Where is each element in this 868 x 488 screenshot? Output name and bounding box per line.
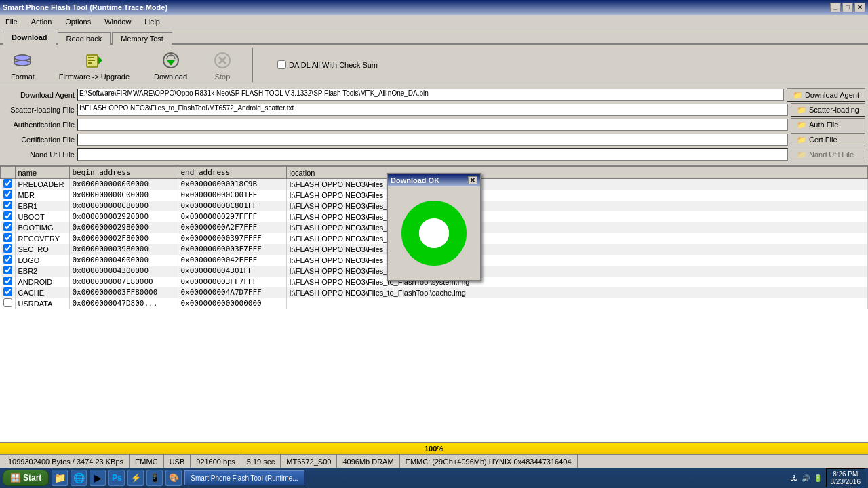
download-button[interactable]: Download — [149, 48, 193, 82]
svg-rect-9 — [88, 62, 92, 64]
folder-icon4: 📁 — [797, 136, 806, 144]
tab-readback[interactable]: Read back — [58, 32, 111, 45]
row-check[interactable] — [1, 266, 16, 277]
nand-label: Nand Util File — [3, 150, 77, 159]
toolbar-divider — [252, 48, 253, 82]
status-bytes: 1099302400 Bytes / 3474.23 KBps — [3, 455, 130, 468]
row-name: LOGO — [15, 255, 69, 266]
tray-icon-volume: 🔊 — [802, 474, 810, 482]
minimize-button[interactable]: _ — [830, 3, 841, 12]
col-location: location — [286, 167, 868, 179]
row-name: SEC_RO — [15, 244, 69, 255]
dialog-close-button[interactable]: ✕ — [468, 176, 477, 184]
stop-icon — [212, 49, 233, 71]
format-label: Format — [11, 73, 35, 81]
scatter-input: I:\FLASH OPPO NEO3\Files_to_FlashTool\MT… — [77, 104, 788, 116]
tab-memorytest[interactable]: Memory Test — [112, 32, 172, 45]
row-check[interactable] — [1, 255, 16, 266]
download-ok-dialog: Download OK ✕ — [387, 173, 481, 281]
tab-bar: Download Read back Memory Test — [0, 28, 868, 45]
da-dl-check[interactable] — [277, 60, 286, 69]
row-check[interactable] — [1, 277, 16, 287]
row-begin: 0x000000000000000 — [69, 179, 178, 190]
col-end: end address — [178, 167, 286, 179]
taskbar-icon-mediaplayer[interactable]: ▶ — [90, 470, 106, 486]
nand-input — [77, 148, 788, 161]
row-end: 0x00000000297FFFF — [178, 211, 286, 222]
menu-options[interactable]: Options — [61, 16, 95, 27]
taskbar-active-window[interactable]: Smart Phone Flash Tool (Runtime... — [184, 470, 304, 485]
taskbar-icon-app1[interactable]: ⚡ — [127, 470, 144, 486]
start-button[interactable]: 🪟 Start — [3, 470, 49, 486]
row-check[interactable] — [1, 179, 16, 190]
row-location — [286, 298, 868, 309]
row-end: 0x00000000042FFFF — [178, 255, 286, 266]
taskbar-icon-browser[interactable]: 🌐 — [71, 470, 87, 486]
row-name: CACHE — [15, 287, 69, 298]
table-row: CACHE 0x0000000003FF80000 0x000000004A7D… — [1, 287, 868, 298]
row-location: I:\FLASH OPPO NEO3\Files_to_FlashTool\se… — [286, 244, 868, 255]
row-check[interactable] — [1, 298, 16, 309]
maximize-button[interactable]: □ — [842, 3, 853, 12]
taskbar-icon-files[interactable]: 📁 — [52, 470, 68, 486]
row-check[interactable] — [1, 233, 16, 244]
col-begin: begin address — [69, 167, 178, 179]
menu-file[interactable]: File — [1, 16, 22, 27]
progress-bar: 100% — [0, 443, 868, 454]
row-location: I:\FLASH OPPO NEO3\Files_to_FlashTool\bo… — [286, 222, 868, 233]
close-button[interactable]: ✕ — [854, 3, 865, 12]
download-ok-donut — [397, 196, 471, 270]
auth-button[interactable]: 📁 Auth File — [791, 118, 865, 131]
status-emmc: EMMC: (29Gb+4096Mb) HYNIX 0x483447316404 — [400, 455, 578, 468]
taskbar-icon-app3[interactable]: 🎨 — [165, 470, 182, 486]
row-end: 0x000000000C001FF — [178, 190, 286, 201]
nand-button[interactable]: 📁 Nand Util File — [791, 148, 865, 161]
row-check[interactable] — [1, 211, 16, 222]
status-storage: EMMC — [130, 455, 164, 468]
title-bar-controls: _ □ ✕ — [830, 3, 865, 12]
taskbar-icon-app2[interactable]: 📱 — [146, 470, 163, 486]
scatter-button[interactable]: 📁 Scatter-loading — [791, 103, 865, 117]
row-check[interactable] — [1, 201, 16, 211]
row-check[interactable] — [1, 244, 16, 255]
firmware-upgrade-button[interactable]: Firmware -> Upgrade — [54, 48, 135, 82]
menu-action[interactable]: Action — [27, 16, 56, 27]
stop-label: Stop — [215, 73, 231, 81]
row-check[interactable] — [1, 287, 16, 298]
format-button[interactable]: Format — [5, 48, 40, 82]
table-row: USRDATA 0x0000000047D800... 0x0000000000… — [1, 298, 868, 309]
row-name: BOOTIMG — [15, 222, 69, 233]
menu-help[interactable]: Help — [140, 16, 164, 27]
row-location: I:\FLASH OPPO NEO3\Files_to_FlashTool\lk… — [286, 211, 868, 222]
svg-marker-8 — [98, 56, 102, 64]
row-check[interactable] — [1, 222, 16, 233]
menu-window[interactable]: Window — [100, 16, 135, 27]
tab-download[interactable]: Download — [3, 30, 56, 45]
row-end: 0x000000004301FF — [178, 266, 286, 277]
download-agent-button[interactable]: 📁 Download Agent — [787, 88, 865, 102]
row-location: I:\FLASH OPPO NEO3\Files_to_FlashTool\EB… — [286, 201, 868, 211]
folder-icon2: 📁 — [797, 106, 806, 115]
stop-button[interactable]: Stop — [206, 48, 239, 82]
cert-button[interactable]: 📁 Cert File — [791, 133, 865, 146]
windows-logo: 🪟 — [10, 473, 20, 483]
taskbar-right: 🖧 🔊 🔋 8:26 PM 8/23/2016 — [791, 468, 866, 487]
cert-input — [77, 134, 788, 146]
col-name: name — [15, 167, 69, 179]
taskbar-icon-photoshop[interactable]: Ps — [108, 470, 125, 486]
svg-point-1 — [14, 55, 31, 60]
auth-label: Authentication File — [3, 121, 77, 129]
status-device: MT6572_S00 — [281, 455, 337, 468]
row-begin: 0x000000002F80000 — [69, 233, 178, 244]
status-bar: 1099302400 Bytes / 3474.23 KBps EMMC USB… — [0, 454, 868, 468]
row-begin: 0x000000002980000 — [69, 222, 178, 233]
row-begin: 0x0000000007E80000 — [69, 277, 178, 287]
row-begin: 0x000000003980000 — [69, 244, 178, 255]
row-name: EBR2 — [15, 266, 69, 277]
row-location: I:\FLASH OPPO NEO3\Files_to_FlashTool\MB… — [286, 190, 868, 201]
row-begin: 0x000000000C80000 — [69, 201, 178, 211]
row-name: EBR1 — [15, 201, 69, 211]
tray-icon-battery: 🔋 — [814, 474, 822, 482]
toolbar: Format Firmware -> Upgrade Download — [0, 45, 868, 85]
row-check[interactable] — [1, 190, 16, 201]
